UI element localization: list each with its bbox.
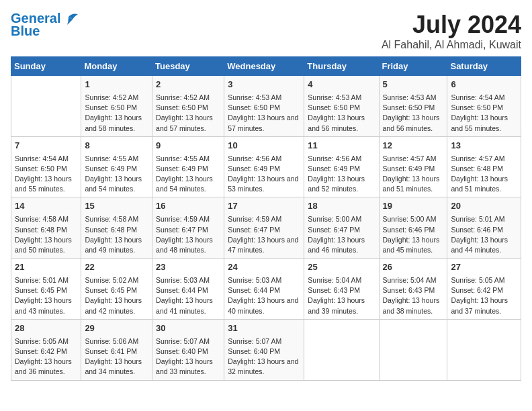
calendar-cell: 12Sunrise: 4:57 AMSunset: 6:49 PMDayligh… — [379, 136, 447, 197]
daylight-text: Daylight: 13 hours and 44 minutes. — [451, 235, 517, 255]
date-number: 27 — [451, 261, 517, 274]
sunset-text: Sunset: 6:50 PM — [228, 103, 300, 113]
date-number: 16 — [156, 200, 220, 213]
daylight-text: Daylight: 13 hours and 54 minutes. — [156, 174, 220, 194]
daylight-text: Daylight: 13 hours and 58 minutes. — [85, 113, 148, 133]
date-number: 7 — [15, 140, 77, 152]
sunset-text: Sunset: 6:49 PM — [85, 164, 148, 174]
date-number: 15 — [85, 200, 148, 213]
cell-info: Sunrise: 5:04 AMSunset: 6:43 PMDaylight:… — [308, 275, 375, 316]
calendar-cell: 6Sunrise: 4:54 AMSunset: 6:50 PMDaylight… — [447, 76, 521, 137]
daylight-text: Daylight: 13 hours and 57 minutes. — [228, 113, 300, 133]
date-number: 11 — [308, 140, 375, 152]
sunset-text: Sunset: 6:40 PM — [228, 347, 300, 357]
sunrise-text: Sunrise: 5:01 AM — [451, 214, 517, 224]
week-row-3: 14Sunrise: 4:58 AMSunset: 6:48 PMDayligh… — [11, 197, 521, 259]
daylight-text: Daylight: 13 hours and 36 minutes. — [15, 357, 77, 377]
calendar-cell: 13Sunrise: 4:57 AMSunset: 6:48 PMDayligh… — [447, 136, 521, 197]
date-number: 6 — [451, 79, 517, 91]
date-number: 25 — [308, 261, 375, 274]
header-day-sunday: Sunday — [11, 57, 81, 76]
daylight-text: Daylight: 13 hours and 48 minutes. — [156, 235, 220, 255]
date-number: 19 — [383, 200, 444, 213]
date-number: 1 — [85, 79, 148, 91]
cell-info: Sunrise: 5:05 AMSunset: 6:42 PMDaylight:… — [451, 275, 517, 316]
date-number: 31 — [228, 322, 300, 335]
sunset-text: Sunset: 6:50 PM — [156, 103, 220, 113]
date-number: 5 — [383, 79, 444, 91]
cell-info: Sunrise: 4:59 AMSunset: 6:47 PMDaylight:… — [228, 214, 300, 255]
daylight-text: Daylight: 13 hours and 53 minutes. — [228, 174, 300, 194]
cell-info: Sunrise: 5:00 AMSunset: 6:46 PMDaylight:… — [383, 214, 444, 255]
date-number: 9 — [156, 140, 220, 152]
header-day-thursday: Thursday — [304, 57, 379, 76]
calendar-cell: 28Sunrise: 5:05 AMSunset: 6:42 PMDayligh… — [11, 319, 81, 380]
sunrise-text: Sunrise: 5:04 AM — [383, 275, 444, 285]
daylight-text: Daylight: 13 hours and 38 minutes. — [383, 295, 444, 316]
sunrise-text: Sunrise: 5:01 AM — [15, 275, 77, 285]
sunrise-text: Sunrise: 4:53 AM — [228, 93, 300, 103]
cell-info: Sunrise: 4:56 AMSunset: 6:49 PMDaylight:… — [228, 154, 300, 195]
daylight-text: Daylight: 13 hours and 46 minutes. — [308, 235, 375, 255]
calendar-cell: 20Sunrise: 5:01 AMSunset: 6:46 PMDayligh… — [447, 197, 521, 259]
daylight-text: Daylight: 13 hours and 55 minutes. — [15, 174, 77, 194]
daylight-text: Daylight: 13 hours and 45 minutes. — [383, 235, 444, 255]
cell-info: Sunrise: 4:52 AMSunset: 6:50 PMDaylight:… — [85, 93, 148, 134]
cell-info: Sunrise: 5:03 AMSunset: 6:44 PMDaylight:… — [156, 275, 220, 316]
cell-info: Sunrise: 5:01 AMSunset: 6:45 PMDaylight:… — [15, 275, 77, 316]
calendar-cell: 23Sunrise: 5:03 AMSunset: 6:44 PMDayligh… — [152, 259, 224, 320]
daylight-text: Daylight: 13 hours and 51 minutes. — [451, 174, 517, 194]
sunrise-text: Sunrise: 4:59 AM — [156, 214, 220, 224]
calendar-cell: 24Sunrise: 5:03 AMSunset: 6:44 PMDayligh… — [224, 259, 304, 320]
sunset-text: Sunset: 6:40 PM — [156, 347, 220, 357]
calendar-header: SundayMondayTuesdayWednesdayThursdayFrid… — [11, 57, 521, 76]
daylight-text: Daylight: 13 hours and 56 minutes. — [308, 113, 375, 133]
cell-info: Sunrise: 5:00 AMSunset: 6:47 PMDaylight:… — [308, 214, 375, 255]
cell-info: Sunrise: 5:02 AMSunset: 6:45 PMDaylight:… — [85, 275, 148, 316]
cell-info: Sunrise: 4:53 AMSunset: 6:50 PMDaylight:… — [308, 93, 375, 134]
calendar-cell: 21Sunrise: 5:01 AMSunset: 6:45 PMDayligh… — [11, 259, 81, 320]
date-number: 17 — [228, 200, 300, 213]
date-number: 18 — [308, 200, 375, 213]
cell-info: Sunrise: 4:55 AMSunset: 6:49 PMDaylight:… — [85, 154, 148, 195]
calendar-cell — [304, 319, 379, 380]
sunset-text: Sunset: 6:46 PM — [383, 225, 444, 235]
cell-info: Sunrise: 4:53 AMSunset: 6:50 PMDaylight:… — [383, 93, 444, 134]
cell-info: Sunrise: 4:55 AMSunset: 6:49 PMDaylight:… — [156, 154, 220, 195]
calendar-cell: 9Sunrise: 4:55 AMSunset: 6:49 PMDaylight… — [152, 136, 224, 197]
sunrise-text: Sunrise: 4:59 AM — [228, 214, 300, 224]
sunset-text: Sunset: 6:48 PM — [451, 164, 517, 174]
sunrise-text: Sunrise: 4:52 AM — [85, 93, 148, 103]
daylight-text: Daylight: 13 hours and 41 minutes. — [156, 295, 220, 316]
calendar-cell — [11, 76, 81, 137]
sunrise-text: Sunrise: 4:57 AM — [451, 154, 517, 164]
date-number: 14 — [15, 200, 77, 213]
calendar-cell: 27Sunrise: 5:05 AMSunset: 6:42 PMDayligh… — [447, 259, 521, 320]
sunset-text: Sunset: 6:44 PM — [228, 285, 300, 295]
sunrise-text: Sunrise: 5:04 AM — [308, 275, 375, 285]
date-number: 12 — [383, 140, 444, 152]
sunset-text: Sunset: 6:45 PM — [15, 285, 77, 295]
sunrise-text: Sunrise: 4:58 AM — [15, 214, 77, 224]
logo-bird-icon — [63, 13, 78, 25]
calendar-cell — [379, 319, 447, 380]
header-day-tuesday: Tuesday — [152, 57, 224, 76]
sunset-text: Sunset: 6:48 PM — [85, 225, 148, 235]
cell-info: Sunrise: 5:05 AMSunset: 6:42 PMDaylight:… — [15, 336, 77, 377]
date-number: 29 — [85, 322, 148, 335]
calendar-cell: 17Sunrise: 4:59 AMSunset: 6:47 PMDayligh… — [224, 197, 304, 259]
cell-info: Sunrise: 4:58 AMSunset: 6:48 PMDaylight:… — [15, 214, 77, 255]
calendar-cell: 25Sunrise: 5:04 AMSunset: 6:43 PMDayligh… — [304, 259, 379, 320]
sunset-text: Sunset: 6:47 PM — [228, 225, 300, 235]
page-header: General Blue July 2024 Al Fahahil, Al Ah… — [11, 11, 521, 51]
daylight-text: Daylight: 13 hours and 55 minutes. — [451, 113, 517, 133]
date-number: 28 — [15, 322, 77, 335]
date-number: 13 — [451, 140, 517, 152]
sunset-text: Sunset: 6:49 PM — [308, 164, 375, 174]
cell-info: Sunrise: 5:04 AMSunset: 6:43 PMDaylight:… — [383, 275, 444, 316]
date-number: 22 — [85, 261, 148, 274]
cell-info: Sunrise: 4:52 AMSunset: 6:50 PMDaylight:… — [156, 93, 220, 134]
sunrise-text: Sunrise: 5:03 AM — [228, 275, 300, 285]
sunset-text: Sunset: 6:42 PM — [451, 285, 517, 295]
sunrise-text: Sunrise: 5:02 AM — [85, 275, 148, 285]
